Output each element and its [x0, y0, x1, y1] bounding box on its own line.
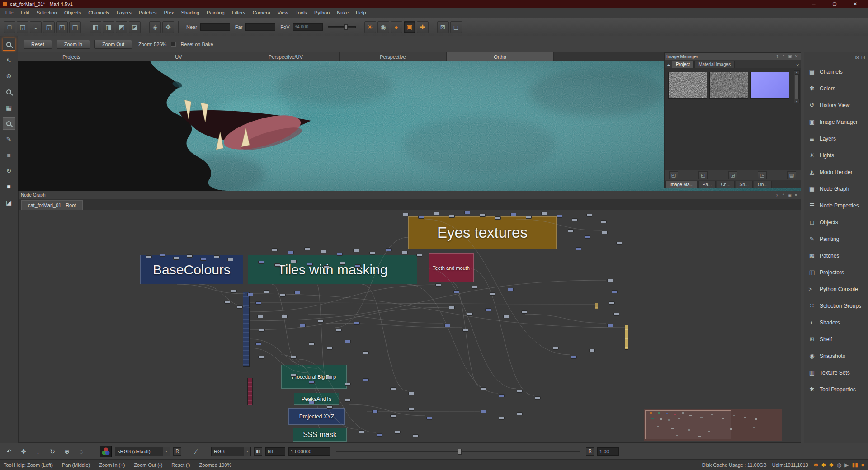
- shadows-toggle-icon[interactable]: ◉: [377, 21, 389, 33]
- drop-icon[interactable]: ↓: [33, 446, 43, 457]
- sidebar-item-node-graph[interactable]: ▦Node Graph: [804, 180, 868, 197]
- graph-node[interactable]: [300, 324, 306, 327]
- sidebar-item-projectors[interactable]: ◫Projectors: [804, 264, 868, 281]
- group-node-peaksandts[interactable]: PeaksAndTs: [294, 393, 339, 405]
- shadow-mode-icon[interactable]: ◩: [116, 21, 127, 33]
- graph-node[interactable]: [345, 383, 351, 386]
- graph-node[interactable]: [467, 313, 473, 316]
- close-panel-icon[interactable]: ✕: [793, 193, 798, 197]
- graph-node[interactable]: [274, 263, 280, 267]
- graph-node[interactable]: [258, 356, 264, 359]
- graph-node[interactable]: [535, 396, 541, 400]
- graph-node[interactable]: [435, 283, 441, 287]
- graph-node[interactable]: [403, 213, 409, 216]
- menu-filters[interactable]: Filters: [228, 8, 249, 18]
- graph-node[interactable]: [363, 351, 369, 354]
- slice-tool[interactable]: ✎: [3, 133, 15, 146]
- graph-node[interactable]: [307, 263, 313, 266]
- menu-python[interactable]: Python: [311, 8, 333, 18]
- graph-node[interactable]: [499, 417, 505, 420]
- graph-node[interactable]: [369, 252, 375, 255]
- image-manager-tab-material-images[interactable]: Material Images: [694, 61, 735, 68]
- image-thumbnail[interactable]: [750, 72, 789, 99]
- graph-node[interactable]: [517, 390, 523, 393]
- group-node-sss-mask[interactable]: SSS mask: [293, 428, 347, 442]
- graph-node[interactable]: [336, 329, 342, 332]
- white-swatch[interactable]: ■: [3, 180, 15, 193]
- graph-node[interactable]: [499, 394, 505, 397]
- reset-on-bake-checkbox[interactable]: [171, 42, 176, 47]
- viewport-tab-perspective[interactable]: Perspective: [340, 52, 447, 61]
- exposure-slider-handle[interactable]: [458, 449, 462, 455]
- graph-node[interactable]: [231, 290, 237, 293]
- dock-tab-sh-[interactable]: Sh...: [736, 181, 753, 188]
- graph-node[interactable]: [503, 315, 509, 318]
- graph-node[interactable]: [363, 378, 369, 381]
- graph-node[interactable]: [462, 329, 468, 332]
- archive-icon[interactable]: ◰: [69, 21, 81, 33]
- graph-node[interactable]: [517, 412, 523, 415]
- graph-node[interactable]: [480, 214, 486, 217]
- scroll-up-icon[interactable]: ▲: [795, 70, 798, 74]
- graph-node[interactable]: [616, 242, 622, 245]
- float-icon[interactable]: ^: [781, 54, 786, 59]
- sidebar-item-painting[interactable]: ✎Painting: [804, 230, 868, 247]
- graph-node[interactable]: [541, 212, 547, 215]
- image-thumbnail[interactable]: [668, 72, 707, 99]
- half-tone-swatch[interactable]: ◪: [3, 196, 15, 209]
- near-field[interactable]: [200, 23, 230, 31]
- graph-node[interactable]: [377, 433, 382, 437]
- graph-node[interactable]: [413, 434, 419, 437]
- graph-node[interactable]: [345, 399, 351, 402]
- help-icon[interactable]: ?: [775, 54, 780, 59]
- graph-node[interactable]: [485, 308, 491, 311]
- group-node-projected-xyz[interactable]: Projected XYZ: [288, 408, 345, 425]
- group-node-eyes-textures[interactable]: Eyes textures: [408, 216, 557, 249]
- sidebar-item-node-properties[interactable]: ☰Node Properties: [804, 197, 868, 214]
- export-image-button[interactable]: ◱: [698, 171, 708, 179]
- exposure-field[interactable]: 1.000000: [288, 447, 330, 456]
- cache-indicator-icon[interactable]: ✱: [814, 462, 818, 468]
- graph-node[interactable]: [318, 320, 324, 323]
- float-icon[interactable]: ^: [781, 193, 786, 197]
- curve-editor-icon[interactable]: ∕: [191, 446, 202, 457]
- graph-node[interactable]: [571, 356, 577, 359]
- graph-node[interactable]: [609, 301, 615, 305]
- graph-node[interactable]: [264, 290, 269, 293]
- graph-node[interactable]: [309, 342, 315, 345]
- zoom-out-button[interactable]: Zoom Out: [94, 40, 132, 49]
- graph-node[interactable]: [526, 216, 532, 219]
- minimize-button[interactable]: ─: [804, 1, 824, 6]
- magnify-tool[interactable]: [3, 117, 15, 130]
- graph-node[interactable]: [340, 262, 345, 265]
- graph-node[interactable]: [426, 417, 432, 420]
- graph-node[interactable]: [390, 414, 396, 418]
- uv-grid-tool[interactable]: ▦: [3, 101, 15, 114]
- chevron-down-icon[interactable]: ▼: [163, 447, 170, 456]
- new-project-icon[interactable]: □: [4, 21, 15, 33]
- dock-tab-ch-[interactable]: Ch...: [717, 181, 734, 188]
- menu-edit[interactable]: Edit: [17, 8, 33, 18]
- graph-node[interactable]: [146, 255, 152, 258]
- graph-node[interactable]: [434, 212, 439, 215]
- group-node-teeth-and-mouth[interactable]: Teeth and mouth: [429, 253, 474, 282]
- node-stack[interactable]: [595, 303, 598, 309]
- node-graph-minimap[interactable]: [644, 409, 782, 441]
- graph-node[interactable]: [272, 248, 278, 251]
- graph-node[interactable]: [280, 294, 286, 297]
- sidebar-item-objects[interactable]: ◻Objects: [804, 214, 868, 230]
- colorspace-reset-button[interactable]: R: [173, 447, 181, 456]
- graph-node[interactable]: [327, 405, 333, 409]
- graph-node[interactable]: [568, 229, 574, 232]
- fov-field[interactable]: [293, 23, 323, 31]
- add-tab-button[interactable]: +: [665, 62, 672, 68]
- perspective-view-icon[interactable]: ◧: [90, 21, 101, 33]
- graph-node[interactable]: [323, 265, 329, 268]
- node-stack[interactable]: [247, 378, 253, 405]
- sidebar-item-modo-render[interactable]: ◭Modo Render: [804, 164, 868, 180]
- pivot-icon[interactable]: ⊕: [61, 446, 72, 457]
- scrollbar-thumb[interactable]: [795, 74, 799, 99]
- color-picker-swatch[interactable]: [100, 446, 112, 457]
- far-field[interactable]: [245, 23, 275, 31]
- graph-node[interactable]: [309, 401, 315, 404]
